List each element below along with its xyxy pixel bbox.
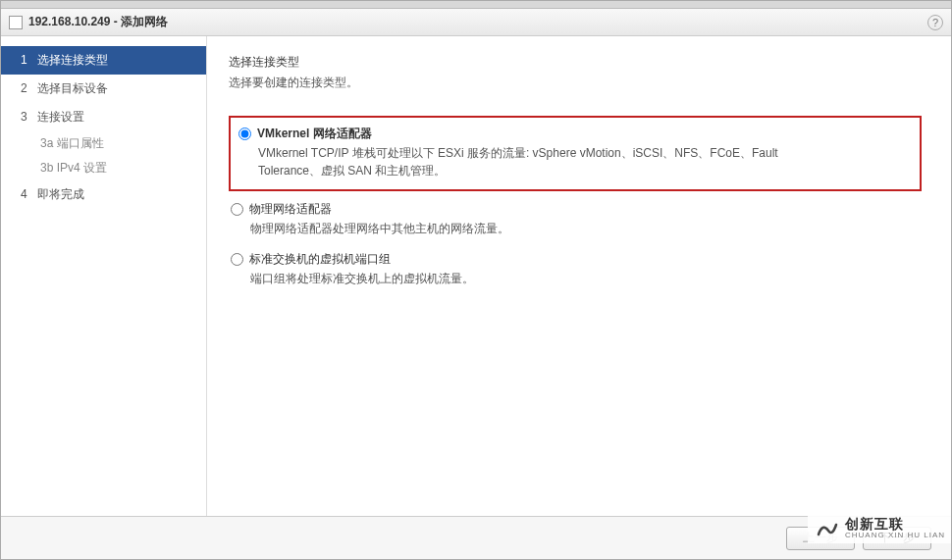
substep-prefix: 3a <box>40 136 53 150</box>
radio-vmkernel[interactable] <box>238 127 251 140</box>
substep-label: 端口属性 <box>57 136 104 150</box>
radio-vm-portgroup[interactable] <box>231 253 243 266</box>
highlighted-option-box: VMkernel 网络适配器 VMkernel TCP/IP 堆栈可处理以下 E… <box>229 116 922 191</box>
substep-label: IPv4 设置 <box>57 161 107 175</box>
option-vm-portgroup-line[interactable]: 标准交换机的虚拟机端口组 <box>231 251 922 268</box>
dialog-body: 1 选择连接类型 2 选择目标设备 3 连接设置 3a 端口属性 3b IPv4… <box>1 36 951 516</box>
page-subtitle: 选择要创建的连接类型。 <box>229 75 922 91</box>
watermark-tagline: CHUANG XIN HU LIAN <box>845 532 945 540</box>
option-physical-desc: 物理网络适配器处理网络中其他主机的网络流量。 <box>250 220 800 237</box>
step-4-ready-to-complete[interactable]: 4 即将完成 <box>1 180 206 209</box>
wizard-steps-sidebar: 1 选择连接类型 2 选择目标设备 3 连接设置 3a 端口属性 3b IPv4… <box>1 36 207 516</box>
substep-prefix: 3b <box>40 161 53 175</box>
option-vm-portgroup: 标准交换机的虚拟机端口组 端口组将处理标准交换机上的虚拟机流量。 <box>229 251 922 287</box>
step-number: 1 <box>21 53 34 67</box>
substep-3a-port-properties[interactable]: 3a 端口属性 <box>1 131 206 156</box>
option-physical-adapter: 物理网络适配器 物理网络适配器处理网络中其他主机的网络流量。 <box>229 201 922 237</box>
step-label: 选择目标设备 <box>37 81 108 95</box>
option-physical-title: 物理网络适配器 <box>249 201 332 218</box>
help-icon[interactable]: ? <box>927 15 943 30</box>
substep-3b-ipv4-settings[interactable]: 3b IPv4 设置 <box>1 156 206 180</box>
wizard-main-panel: 选择连接类型 选择要创建的连接类型。 VMkernel 网络适配器 VMkern… <box>207 36 951 516</box>
step-number: 2 <box>21 81 34 95</box>
watermark: 创新互联 CHUANG XIN HU LIAN <box>808 514 951 543</box>
step-2-target-device[interactable]: 2 选择目标设备 <box>1 75 206 103</box>
step-3-connection-settings[interactable]: 3 连接设置 <box>1 103 206 131</box>
option-vmkernel-line[interactable]: VMkernel 网络适配器 <box>238 126 910 142</box>
step-label: 选择连接类型 <box>37 53 108 67</box>
option-vmkernel-desc: VMkernel TCP/IP 堆栈可处理以下 ESXi 服务的流量: vSph… <box>258 144 808 179</box>
option-vm-portgroup-title: 标准交换机的虚拟机端口组 <box>249 251 391 268</box>
radio-physical-adapter[interactable] <box>231 203 243 216</box>
option-vm-portgroup-desc: 端口组将处理标准交换机上的虚拟机流量。 <box>250 270 800 287</box>
titlebar: 192.168.10.249 - 添加网络 ? <box>1 9 951 36</box>
step-number: 3 <box>21 110 34 124</box>
step-1-connection-type[interactable]: 1 选择连接类型 <box>1 46 206 75</box>
watermark-text: 创新互联 CHUANG XIN HU LIAN <box>845 517 945 540</box>
step-label: 即将完成 <box>37 187 84 201</box>
option-vmkernel-title: VMkernel 网络适配器 <box>257 126 372 142</box>
page-title: 选择连接类型 <box>229 54 922 71</box>
step-label: 连接设置 <box>37 110 84 124</box>
dialog-window: 192.168.10.249 - 添加网络 ? 1 选择连接类型 2 选择目标设… <box>0 0 952 560</box>
host-icon <box>9 16 23 29</box>
window-title: 192.168.10.249 - 添加网络 <box>28 14 168 30</box>
option-vmkernel: VMkernel 网络适配器 VMkernel TCP/IP 堆栈可处理以下 E… <box>237 126 910 179</box>
option-physical-line[interactable]: 物理网络适配器 <box>231 201 922 218</box>
watermark-brand: 创新互联 <box>845 517 945 532</box>
parent-tab-strip <box>1 1 951 9</box>
step-number: 4 <box>21 187 34 201</box>
watermark-logo-icon <box>814 516 839 541</box>
